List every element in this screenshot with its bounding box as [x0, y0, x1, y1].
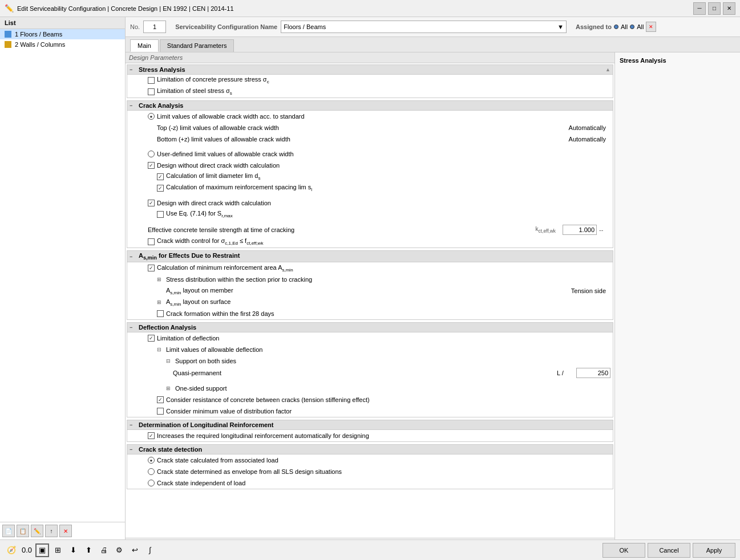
limitation-deflection-cb[interactable]: [148, 335, 155, 342]
tab-main[interactable]: Main: [130, 39, 159, 52]
app-icon: ✏️: [5, 4, 14, 13]
increases-required-cb[interactable]: [148, 432, 155, 439]
increases-required-item: Increases the required longitudinal rein…: [127, 430, 613, 441]
as-min-header[interactable]: − As,min for Effects Due to Restraint: [127, 251, 613, 262]
list-item[interactable]: 2 Walls / Columns: [0, 39, 125, 50]
crack-width-control-cb[interactable]: [148, 238, 155, 245]
value-button[interactable]: 0.0: [20, 543, 34, 557]
output-button[interactable]: ⬆: [82, 543, 95, 557]
expand-icon5[interactable]: ⊞: [166, 385, 173, 391]
collapse-icon3[interactable]: −: [130, 254, 136, 259]
apply-button[interactable]: Apply: [693, 543, 735, 558]
as-min-member-label: As,min layout on member: [166, 287, 563, 295]
cancel-button[interactable]: Cancel: [648, 543, 690, 558]
bottom-limit-value: Automatically: [565, 136, 610, 143]
minimize-button[interactable]: ─: [693, 2, 706, 15]
limitation-concrete-cb[interactable]: [148, 77, 155, 84]
navigate-button[interactable]: 🧭: [5, 543, 18, 557]
maximize-button[interactable]: □: [708, 2, 721, 15]
close-button[interactable]: ✕: [723, 2, 735, 15]
table-button[interactable]: ⊞: [51, 543, 64, 557]
crack-state-header[interactable]: − Crack state detection: [127, 445, 613, 455]
crack-envelope-radio[interactable]: [148, 468, 155, 475]
long-reinf-header[interactable]: − Determination of Longitudinal Reinforc…: [127, 420, 613, 430]
scroll-hint: ▲: [605, 67, 610, 72]
consider-min-distribution-cb[interactable]: [157, 408, 164, 415]
bottom-limit-label: Bottom (+z) limit values of allowable cr…: [157, 136, 563, 143]
quasi-permanent-label: Quasi-permanent: [173, 370, 549, 376]
select-button[interactable]: ▣: [35, 543, 49, 557]
deflection-section: − Deflection Analysis Limitation of defl…: [127, 322, 613, 417]
consider-min-distribution-label: Consider minimum value of distribution f…: [166, 408, 610, 415]
expand-icon3[interactable]: ⊟: [157, 347, 164, 352]
collapse-icon4[interactable]: −: [130, 324, 136, 330]
kct-value-input[interactable]: [563, 225, 597, 235]
stress-analysis-header[interactable]: − Stress Analysis ▲: [127, 65, 613, 75]
list-item[interactable]: 1 Floors / Beams: [0, 29, 125, 39]
calc-min-reinf-cb[interactable]: [148, 265, 155, 271]
crack-28days-cb[interactable]: [157, 310, 164, 317]
duplicate-button[interactable]: 📋: [17, 525, 29, 537]
print-button[interactable]: 🖨: [97, 543, 111, 557]
undo-button[interactable]: ↩: [128, 543, 141, 557]
top-limit-label: Top (-z) limit values of allowable crack…: [157, 124, 563, 131]
limit-values-radio-item: Limit values of allowable crack width ac…: [127, 111, 613, 122]
user-defined-radio-label: User-defined limit values of allowable c…: [157, 151, 610, 157]
use-eq-item: Use Eq. (7.14) for Sr,max: [127, 209, 613, 220]
name-dropdown[interactable]: Floors / Beams ▼: [281, 21, 567, 33]
section-title4: Deflection Analysis: [139, 324, 196, 331]
collapse-icon5[interactable]: −: [130, 422, 136, 428]
assigned-val1: All: [621, 23, 628, 30]
expand-icon1[interactable]: ⊞: [157, 277, 164, 282]
rename-button[interactable]: ✏️: [31, 525, 43, 537]
as-min-surface-label: As,min layout on surface: [166, 298, 610, 307]
design-params-header: Design Parameters: [126, 52, 614, 63]
number-section: No.: [130, 21, 166, 33]
quasi-permanent-value-input[interactable]: [576, 368, 610, 378]
dropdown-arrow-icon: ▼: [557, 23, 564, 30]
expand-icon2[interactable]: ⊞: [157, 299, 164, 305]
input-button[interactable]: ⬇: [66, 543, 80, 557]
as-min-member-item: As,min layout on member Tension side: [127, 285, 613, 297]
tab-standard-params[interactable]: Standard Parameters: [160, 39, 234, 52]
calc-limit-diameter-cb[interactable]: [157, 173, 164, 180]
design-without-direct-cb[interactable]: [148, 162, 155, 169]
list-header: List: [0, 17, 125, 29]
formula-button[interactable]: ∫: [143, 543, 157, 557]
crack-from-load-radio[interactable]: [148, 457, 155, 464]
calc-min-reinf-item: Calculation of minimum reinforcement are…: [127, 262, 613, 274]
assigned-radio2: [630, 25, 634, 29]
user-defined-radio[interactable]: [148, 151, 155, 157]
calc-min-reinf-label: Calculation of minimum reinforcement are…: [157, 264, 610, 273]
quasi-permanent-item: Quasi-permanent L /: [127, 367, 613, 379]
params-panel: Design Parameters − Stress Analysis ▲: [126, 52, 614, 539]
settings-button[interactable]: ⚙: [112, 543, 126, 557]
collapse-icon2[interactable]: −: [130, 103, 136, 108]
collapse-icon[interactable]: −: [130, 67, 136, 72]
crack-independent-radio[interactable]: [148, 480, 155, 486]
ok-button[interactable]: OK: [602, 543, 645, 558]
collapse-icon6[interactable]: −: [130, 447, 136, 452]
list-item-label: 2 Walls / Columns: [15, 41, 65, 48]
clear-assigned-button[interactable]: ✕: [646, 22, 656, 32]
crack-analysis-header[interactable]: − Crack Analysis: [127, 101, 613, 111]
no-input[interactable]: [143, 21, 166, 33]
expand-icon4[interactable]: ⊟: [166, 358, 173, 364]
section-title2: Crack Analysis: [139, 102, 183, 109]
config-header: No. Serviceability Configuration Name Fl…: [126, 17, 740, 37]
deflection-header[interactable]: − Deflection Analysis: [127, 323, 613, 332]
one-sided-support-item: ⊞ One-sided support: [127, 383, 613, 394]
delete-button[interactable]: ✕: [59, 525, 72, 537]
design-with-direct-label: Design with direct crack width calculati…: [157, 200, 610, 206]
as-min-section: − As,min for Effects Due to Restraint Ca…: [127, 250, 613, 320]
assigned-label: Assigned to: [576, 23, 612, 30]
top-limit-value: Automatically: [565, 124, 610, 131]
move-up-button[interactable]: ↑: [45, 525, 58, 537]
new-item-button[interactable]: 📄: [2, 525, 15, 537]
design-with-direct-cb[interactable]: [148, 200, 155, 206]
use-eq-cb[interactable]: [157, 211, 164, 218]
limit-values-radio[interactable]: [148, 113, 155, 120]
calc-max-reinforcement-cb[interactable]: [157, 185, 164, 192]
limitation-steel-cb[interactable]: [148, 88, 155, 95]
consider-resistance-cb[interactable]: [157, 396, 164, 403]
